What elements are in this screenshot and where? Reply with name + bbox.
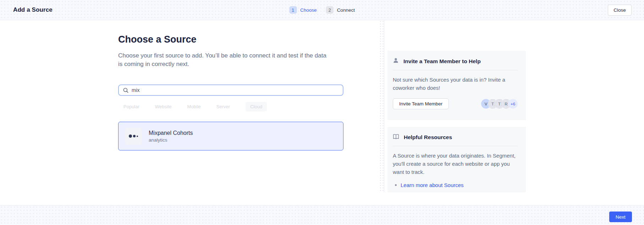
- choose-source-description: Choose your first source to add. You’ll …: [118, 51, 329, 68]
- source-option-mixpanel-cohorts[interactable]: Mixpanel Cohorts analytics: [118, 122, 343, 150]
- add-source-modal: Add a Source 1 Choose 2 Connect Close Ch…: [0, 0, 644, 225]
- category-filter-tabs: Popular Website Mobile Server Cloud: [123, 102, 267, 111]
- book-icon: [393, 134, 399, 141]
- step-connect[interactable]: 2 Connect: [326, 6, 355, 14]
- filter-tab-popular[interactable]: Popular: [123, 104, 139, 109]
- step-choose[interactable]: 1 Choose: [289, 6, 317, 14]
- step-choose-label: Choose: [300, 7, 317, 13]
- top-bar: Add a Source 1 Choose 2 Connect Close: [0, 0, 644, 20]
- resource-link-row: Learn more about Sources: [393, 182, 518, 188]
- content-divider: [384, 20, 384, 192]
- next-button[interactable]: Next: [609, 212, 632, 222]
- resources-panel-divider: [393, 146, 518, 146]
- avatar-overflow-badge[interactable]: +6: [508, 99, 518, 109]
- source-title: Mixpanel Cohorts: [149, 130, 193, 136]
- person-icon: [393, 57, 399, 65]
- filter-tab-cloud[interactable]: Cloud: [246, 102, 267, 111]
- resources-panel-title: Helpful Resources: [404, 134, 452, 141]
- source-meta: Mixpanel Cohorts analytics: [149, 130, 193, 143]
- step-connect-number: 2: [326, 6, 334, 14]
- resources-panel-header: Helpful Resources: [393, 133, 518, 141]
- invite-team-panel: Invite a Team Member to Help Not sure wh…: [387, 51, 526, 120]
- invite-panel-header: Invite a Team Member to Help: [393, 56, 518, 65]
- helpful-resources-panel: Helpful Resources A Source is where your…: [387, 127, 526, 192]
- filter-tab-mobile[interactable]: Mobile: [187, 104, 201, 109]
- teammate-avatar-stack: V T T R +6: [481, 99, 518, 109]
- stepper: 1 Choose 2 Connect: [289, 6, 355, 14]
- invite-panel-title: Invite a Team Member to Help: [403, 58, 481, 65]
- filter-tab-server[interactable]: Server: [216, 104, 230, 109]
- divider-dot-texture: [379, 20, 384, 192]
- source-category: analytics: [149, 137, 193, 143]
- page-title: Add a Source: [13, 6, 53, 13]
- step-choose-number: 1: [289, 6, 297, 14]
- filter-tab-website[interactable]: Website: [155, 104, 172, 109]
- invite-row: Invite Team Member V T T R +6: [393, 98, 518, 109]
- bullet-icon: [395, 184, 397, 186]
- invite-team-member-button[interactable]: Invite Team Member: [393, 98, 449, 109]
- step-connect-label: Connect: [337, 7, 355, 13]
- mixpanel-logo-icon: [125, 128, 142, 145]
- invite-panel-divider: [393, 70, 518, 70]
- learn-more-sources-link[interactable]: Learn more about Sources: [401, 182, 464, 188]
- invite-panel-body: Not sure which Sources your data is in? …: [393, 76, 516, 92]
- source-search[interactable]: [118, 84, 343, 96]
- search-icon: [123, 88, 128, 93]
- close-button[interactable]: Close: [608, 5, 632, 16]
- choose-source-heading: Choose a Source: [118, 34, 197, 45]
- resources-panel-body: A Source is where your data originates. …: [393, 152, 516, 176]
- bottom-bar: Next: [0, 205, 644, 225]
- search-input[interactable]: [132, 85, 343, 95]
